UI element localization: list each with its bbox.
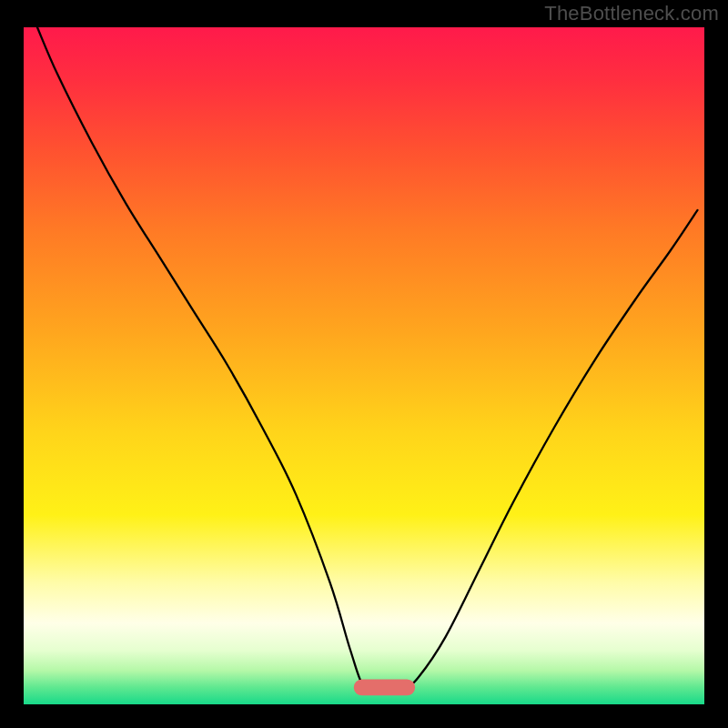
chart-frame: TheBottleneck.com [0,0,728,728]
watermark-text: TheBottleneck.com [544,2,719,25]
plot-background [24,27,704,704]
bottleneck-marker [354,679,415,695]
bottleneck-chart [0,0,728,728]
